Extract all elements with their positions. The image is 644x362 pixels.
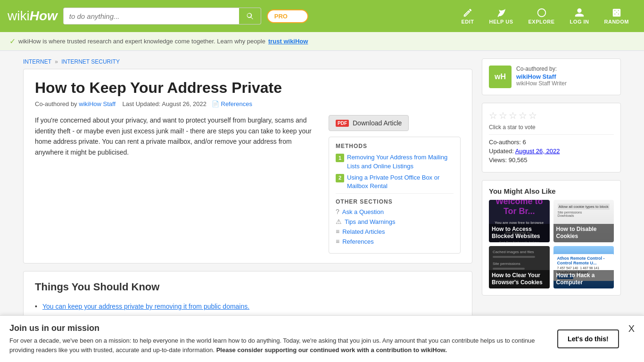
breadcrumb-sep1: » <box>55 58 59 65</box>
article-meta: Co-authored by wikiHow Staff Last Update… <box>35 100 461 107</box>
methods-title: METHODS <box>336 143 454 149</box>
meta-updated: Last Updated: August 26, 2022 <box>123 100 207 107</box>
author-avatar: wH <box>489 66 512 88</box>
author-info: Co-authored by: wikiHow Staff wikiHow St… <box>516 66 567 87</box>
co-authored-label: Co-authored by: <box>516 66 567 72</box>
ymla-title: You Might Also Like <box>489 187 614 195</box>
search-button[interactable] <box>239 8 261 24</box>
methods-box: METHODS 1 Removing Your Address from Mai… <box>329 137 461 254</box>
article-title: How to Keep Your Address Private <box>35 79 461 97</box>
breadcrumb-internet[interactable]: INTERNET <box>23 58 51 65</box>
ymla-card-hack[interactable]: Athos Remote Control - Control Remote U.… <box>553 246 614 288</box>
click-to-vote-label: Click a star to vote <box>489 124 614 131</box>
nav-edit-label: EDIT <box>461 19 474 25</box>
method-item-1[interactable]: 1 Removing Your Address from Mailing Lis… <box>336 153 454 170</box>
co-authors-stat: Co-authors: 6 <box>489 139 614 146</box>
section-related[interactable]: ≡ Related Articles <box>336 228 454 235</box>
tysk-link-1[interactable]: You can keep your address private by rem… <box>42 303 249 310</box>
article-sidebar: PDF Download Article METHODS 1 Removing … <box>329 115 461 254</box>
ymla-box: You Might Also Like Welcome to Tor Br...… <box>482 180 621 296</box>
star-2[interactable]: ☆ <box>499 110 507 121</box>
author-role: wikiHow Staff Writer <box>516 80 567 87</box>
site-header: wikiHow PRO EDIT HELP US EXPLORE LOG I <box>0 0 644 32</box>
star-3[interactable]: ☆ <box>509 110 517 121</box>
nav-random-label: RANDOM <box>604 19 629 25</box>
article-area: INTERNET » INTERNET SECURITY How to Keep… <box>23 58 472 345</box>
ymla-card-blocked[interactable]: Welcome to Tor Br...You are now free to … <box>489 200 550 242</box>
nav-edit[interactable]: EDIT <box>454 6 481 26</box>
ymla-label-cookies: How to Disable Cookies <box>553 224 614 242</box>
section-references-label: References <box>342 238 373 245</box>
logo-how-text: How <box>30 8 58 24</box>
compass-icon <box>537 8 547 18</box>
nav-icons: EDIT HELP US EXPLORE LOG IN RANDOM <box>454 6 636 26</box>
close-banner-button[interactable]: X <box>628 323 635 334</box>
ymla-card-cookies[interactable]: Allow all cookie types to block Site per… <box>553 200 614 242</box>
download-article-button[interactable]: PDF Download Article <box>329 115 409 131</box>
nav-random[interactable]: RANDOM <box>597 6 637 26</box>
author-name[interactable]: wikiHow Staff <box>516 73 567 80</box>
star-1[interactable]: ☆ <box>489 110 497 121</box>
rating-stats: Co-authors: 6 Updated: August 26, 2022 V… <box>489 134 614 164</box>
ymla-card-clear[interactable]: Cached images and files Site permissions… <box>489 246 550 288</box>
meta-references-link[interactable]: 📄 References <box>212 100 252 107</box>
author-box: wH Co-authored by: wikiHow Staff wikiHow… <box>482 58 621 95</box>
ymla-label-hack: How to Hack a Computer <box>553 270 614 288</box>
download-label: Download Article <box>353 119 402 127</box>
trust-text: wikiHow is where trusted research and ex… <box>18 38 265 45</box>
breadcrumb: INTERNET » INTERNET SECURITY <box>23 58 472 65</box>
tysk-item-1: You can keep your address private by rem… <box>35 300 461 313</box>
section-references[interactable]: ≡ References <box>336 238 454 245</box>
references-icon: ≡ <box>336 238 339 245</box>
nav-help-us[interactable]: HELP US <box>482 6 521 26</box>
main-content: INTERNET » INTERNET SECURITY How to Keep… <box>16 51 628 352</box>
stars-container[interactable]: ☆ ☆ ☆ ☆ ☆ <box>489 110 614 121</box>
nav-explore[interactable]: EXPLORE <box>521 6 562 26</box>
section-tips-label: Tips and Warnings <box>345 218 395 225</box>
nav-login-label: LOG IN <box>570 19 589 25</box>
pro-button[interactable]: PRO <box>267 9 308 23</box>
method-num-2: 2 <box>336 174 344 182</box>
ymla-label-clear: How to Clear Your Browser's Cookies <box>489 270 550 288</box>
tysk-title: Things You Should Know <box>35 281 461 293</box>
article-box: How to Keep Your Address Private Co-auth… <box>23 69 472 263</box>
other-sections-title: OTHER SECTIONS <box>336 198 454 205</box>
search-input[interactable] <box>64 8 239 24</box>
method-item-2[interactable]: 2 Using a Private Post Office Box or Mai… <box>336 173 454 190</box>
related-icon: ≡ <box>336 228 339 235</box>
nav-help-label: HELP US <box>489 19 513 25</box>
menu-icon-btn <box>290 12 301 20</box>
star-5[interactable]: ☆ <box>528 110 537 121</box>
cookie-banner: Join us in our mission For over a decade… <box>0 315 644 352</box>
updated-date-link[interactable]: August 26, 2022 <box>515 148 560 155</box>
check-icon: ✓ <box>9 37 16 46</box>
pro-label: PRO <box>274 13 288 20</box>
rating-box: ☆ ☆ ☆ ☆ ☆ Click a star to vote Co-author… <box>482 103 621 173</box>
method-label-2: Using a Private Post Office Box or Mailb… <box>347 173 454 190</box>
section-related-label: Related Articles <box>342 228 385 235</box>
section-ask[interactable]: ? Ask a Question <box>336 208 454 215</box>
lets-do-button[interactable]: Let's do this! <box>557 329 619 348</box>
pdf-icon: PDF <box>336 120 349 127</box>
cookie-title: Join us in our mission <box>9 323 548 333</box>
right-sidebar: wH Co-authored by: wikiHow Staff wikiHow… <box>482 58 621 345</box>
method-label-1: Removing Your Address from Mailing Lists… <box>347 153 454 170</box>
trust-bar: ✓ wikiHow is where trusted research and … <box>0 32 644 51</box>
article-content-grid: If you're concerned about your privacy, … <box>35 115 461 254</box>
trust-link[interactable]: trust wikiHow <box>268 38 308 45</box>
method-num-1: 1 <box>336 154 344 162</box>
logo-wiki-text: wiki <box>8 8 30 24</box>
article-intro: If you're concerned about your privacy, … <box>35 115 317 254</box>
star-4[interactable]: ☆ <box>519 110 527 121</box>
dice-icon <box>611 8 622 18</box>
question-icon: ? <box>336 208 339 215</box>
search-container <box>63 8 261 25</box>
breadcrumb-internet-security[interactable]: INTERNET SECURITY <box>61 58 120 65</box>
tips-icon: ⚠ <box>336 218 342 225</box>
section-tips[interactable]: ⚠ Tips and Warnings <box>336 218 454 225</box>
views-stat: Views: 90,565 <box>489 156 614 164</box>
cookie-desc: For over a decade, we've been on a missi… <box>9 336 548 352</box>
nav-login[interactable]: LOG IN <box>562 6 597 26</box>
meta-author-link[interactable]: wikiHow Staff <box>79 100 116 107</box>
site-logo[interactable]: wikiHow <box>8 8 58 24</box>
